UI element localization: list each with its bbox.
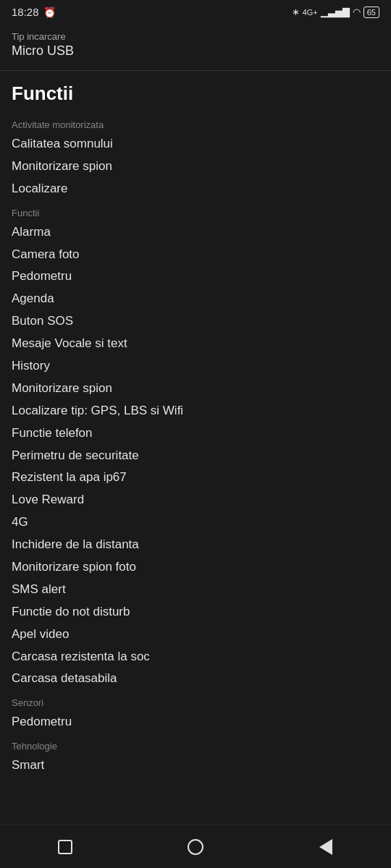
category-label-3: Tehnologie	[12, 741, 379, 752]
feature-item-1-12: Love Reward	[12, 489, 379, 511]
section-title: Functii	[12, 82, 379, 105]
feature-item-0-0: Calitatea somnului	[12, 133, 379, 156]
tip-incarcare-value: Micro USB	[12, 43, 379, 59]
category-label-2: Senzori	[12, 697, 379, 708]
feature-item-1-15: Monitorizare spion foto	[12, 556, 379, 579]
network-label: 4G+	[303, 8, 318, 17]
tip-incarcare-label: Tip incarcare	[12, 31, 379, 42]
feature-item-1-13: 4G	[12, 511, 379, 534]
feature-item-0-1: Monitorizare spion	[12, 156, 379, 178]
feature-item-1-7: Monitorizare spion	[12, 378, 379, 400]
back-icon	[319, 839, 332, 855]
signal-icon: ▁▃▅▇	[321, 7, 350, 17]
feature-item-1-19: Carcasa rezistenta la soc	[12, 646, 379, 668]
status-right: ∗ 4G+ ▁▃▅▇ ◠ 65	[292, 7, 379, 18]
nav-square-button[interactable]	[47, 829, 83, 865]
categories-container: Activitate monitorizataCalitatea somnulu…	[12, 119, 379, 777]
feature-item-2-0: Pedometru	[12, 711, 379, 733]
nav-home-button[interactable]	[177, 829, 214, 865]
feature-item-1-18: Apel video	[12, 624, 379, 646]
feature-item-1-11: Rezistent la apa ip67	[12, 467, 379, 489]
feature-item-1-4: Buton SOS	[12, 310, 379, 333]
feature-item-1-20: Carcasa detasabila	[12, 668, 379, 690]
battery-indicator: 65	[363, 7, 379, 18]
feature-item-1-3: Agenda	[12, 288, 379, 310]
feature-item-1-17: Functie do not disturb	[12, 601, 379, 624]
feature-item-1-2: Pedometru	[12, 265, 379, 288]
feature-item-1-6: History	[12, 355, 379, 378]
main-content: Functii Activitate monitorizataCalitatea…	[0, 71, 391, 827]
square-icon	[58, 840, 72, 854]
feature-item-1-14: Inchidere de la distanta	[12, 534, 379, 556]
feature-item-1-8: Localizare tip: GPS, LBS si Wifi	[12, 400, 379, 422]
status-left: 18:28 ⏰	[12, 6, 56, 18]
status-bar: 18:28 ⏰ ∗ 4G+ ▁▃▅▇ ◠ 65	[0, 0, 391, 22]
feature-item-3-0: Smart	[12, 754, 379, 777]
home-icon	[188, 839, 203, 855]
feature-item-1-10: Perimetru de securitate	[12, 445, 379, 467]
category-label-1: Functii	[12, 208, 379, 218]
feature-item-1-16: SMS alert	[12, 579, 379, 601]
wifi-icon: ◠	[353, 7, 361, 17]
alarm-icon: ⏰	[43, 7, 56, 18]
top-section: Tip incarcare Micro USB	[0, 22, 391, 70]
nav-back-button[interactable]	[308, 829, 344, 865]
feature-item-1-1: Camera foto	[12, 244, 379, 266]
bottom-nav	[0, 825, 391, 868]
feature-item-1-0: Alarma	[12, 221, 379, 244]
category-label-0: Activitate monitorizata	[12, 119, 379, 130]
feature-item-1-9: Functie telefon	[12, 422, 379, 445]
bluetooth-icon: ∗	[292, 7, 300, 17]
feature-item-0-2: Localizare	[12, 178, 379, 200]
time-display: 18:28	[12, 6, 39, 18]
feature-item-1-5: Mesaje Vocale si text	[12, 333, 379, 355]
